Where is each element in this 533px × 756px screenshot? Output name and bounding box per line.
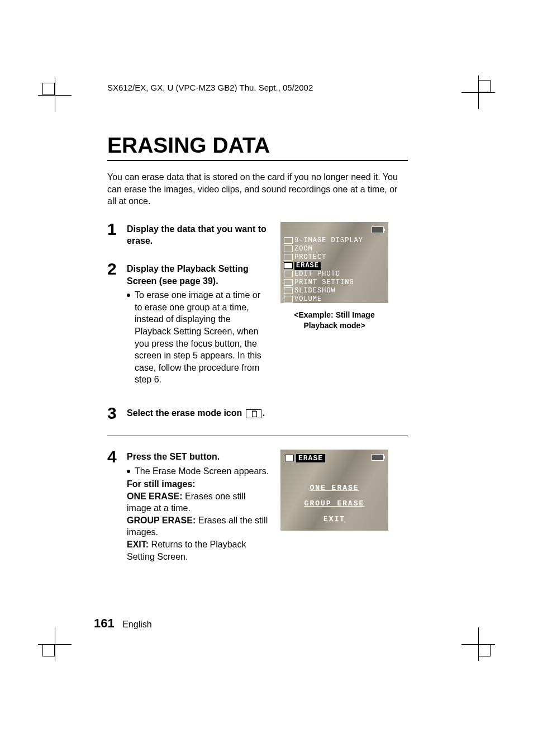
step-number: 3 — [107, 404, 127, 422]
menu-item-volume: VOLUME — [284, 295, 363, 304]
playback-menu-list: 9-IMAGE DISPLAY ZOOM PROTECT ERASE EDIT … — [284, 237, 363, 304]
one-erase-def: ONE ERASE: Erases one still image at a t… — [127, 490, 269, 514]
step-3-heading-post: . — [263, 408, 265, 418]
erase-options: ONE ERASE GROUP ERASE EXIT — [280, 480, 388, 527]
step-2: 2 Display the Playback Setting Screen (s… — [107, 259, 269, 386]
crop-mark-tl — [38, 78, 72, 112]
grid-icon — [284, 237, 293, 244]
group-erase-def: GROUP ERASE: Erases all the still images… — [127, 514, 269, 538]
step-3-heading-pre: Select the erase mode icon — [127, 408, 245, 418]
menu-item-edit: EDIT PHOTO — [284, 270, 363, 278]
step-number: 2 — [107, 259, 127, 278]
screenshot-1-wrap: 9-IMAGE DISPLAY ZOOM PROTECT ERASE EDIT … — [280, 220, 388, 332]
magnify-icon — [284, 245, 293, 252]
exit-def: EXIT: Returns to the Playback Setting Sc… — [127, 538, 269, 563]
page-title: ERASING DATA — [107, 133, 408, 161]
screenshot-erase-mode: ERASE ONE ERASE GROUP ERASE EXIT — [280, 450, 388, 531]
menu-item-print: PRINT SETTING — [284, 278, 363, 287]
volume-icon — [284, 296, 293, 303]
battery-icon — [372, 454, 384, 461]
crop-mark-bl — [38, 627, 72, 661]
edit-icon — [284, 271, 293, 277]
page-language: English — [122, 620, 151, 629]
option-one-erase: ONE ERASE — [280, 480, 388, 496]
page-footer: 161 English — [94, 616, 152, 631]
screenshot-2-wrap: ERASE ONE ERASE GROUP ERASE EXIT — [280, 447, 388, 531]
step-1-heading: Display the data that you want to erase. — [127, 224, 266, 246]
trash-icon — [285, 455, 294, 461]
step-2-heading: Display the Playback Setting Screen (see… — [127, 264, 249, 286]
menu-item-slideshow: SLIDESHOW — [284, 287, 363, 295]
page-number: 161 — [94, 616, 115, 630]
group-erase-term: GROUP ERASE: — [127, 516, 196, 525]
step-1: 1 Display the data that you want to eras… — [107, 220, 269, 247]
step-2-bullet: To erase one image at a time or to erase… — [127, 289, 269, 386]
step-4: 4 Press the SET button. The Erase Mode S… — [107, 447, 269, 563]
screenshot-1-caption: <Example: Still Image Playback mode> — [280, 310, 388, 332]
battery-icon — [372, 226, 384, 233]
menu-item-zoom: ZOOM — [284, 245, 363, 253]
step-number: 4 — [107, 447, 127, 466]
document-header: SX612/EX, GX, U (VPC-MZ3 GB2) Thu. Sept.… — [107, 83, 313, 92]
for-still-images-label: For still images: — [127, 478, 269, 490]
menu-item-erase-selected: ERASE — [284, 262, 363, 270]
erase-mode-icon — [246, 409, 261, 418]
section-rule — [107, 436, 408, 436]
erase-screen-title: ERASE — [296, 454, 325, 462]
option-group-erase: GROUP ERASE — [280, 496, 388, 512]
option-exit: EXIT — [280, 512, 388, 527]
step-4-bullet: The Erase Mode Screen appears. — [127, 465, 269, 478]
intro-text: You can erase data that is stored on the… — [107, 171, 408, 207]
crop-mark-tr — [461, 75, 495, 109]
exit-term: EXIT: — [127, 540, 149, 549]
print-icon — [284, 279, 293, 286]
step-number: 1 — [107, 220, 127, 238]
step-3: 3 Select the erase mode icon . — [107, 404, 408, 422]
crop-mark-br — [461, 627, 495, 661]
screenshot-playback-menu: 9-IMAGE DISPLAY ZOOM PROTECT ERASE EDIT … — [280, 222, 388, 303]
one-erase-term: ONE ERASE: — [127, 492, 183, 501]
slideshow-icon — [284, 287, 293, 294]
trash-icon — [284, 262, 293, 269]
key-icon — [284, 254, 293, 261]
step-4-heading: Press the SET button. — [127, 452, 220, 461]
menu-item-9image: 9-IMAGE DISPLAY — [284, 237, 363, 245]
menu-item-protect: PROTECT — [284, 253, 363, 262]
